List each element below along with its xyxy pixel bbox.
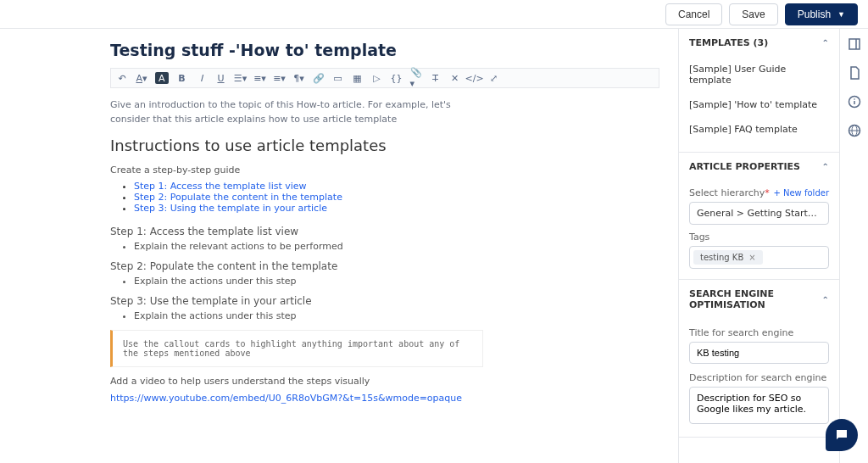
toc-item: Step 1: Access the template list view <box>134 181 659 192</box>
document-icon[interactable] <box>848 66 861 80</box>
paragraph-icon[interactable]: ¶▾ <box>293 72 305 84</box>
article-subheading[interactable]: Instructions to use article templates <box>110 137 659 154</box>
toc-link[interactable]: Step 3: Using the template in your artic… <box>134 203 327 214</box>
chevron-up-icon: ⌃ <box>822 295 829 304</box>
toc-link[interactable]: Step 1: Access the template list view <box>134 181 307 192</box>
toc-item: Step 3: Using the template in your artic… <box>134 203 659 214</box>
link-icon[interactable]: 🔗 <box>313 72 325 84</box>
toc-intro[interactable]: Create a step-by-step guide <box>110 165 659 176</box>
video-url-link[interactable]: https://www.youtube.com/embed/U0_6R8oVbG… <box>110 393 462 404</box>
publish-button[interactable]: Publish ▼ <box>785 3 858 25</box>
undo-icon[interactable]: ↶ <box>116 72 128 84</box>
right-rail <box>839 29 868 463</box>
tags-label: Tags <box>689 232 709 243</box>
table-icon[interactable]: ▦ <box>352 72 364 84</box>
toc-item: Step 2: Populate the content in the temp… <box>134 192 659 203</box>
unordered-list-icon[interactable]: ☰▾ <box>235 72 247 84</box>
save-button[interactable]: Save <box>729 3 777 25</box>
cancel-button[interactable]: Cancel <box>665 3 722 25</box>
expand-icon[interactable]: ⤢ <box>488 72 500 84</box>
seo-title-label: Title for search engine <box>689 327 829 338</box>
remove-tag-icon[interactable]: × <box>748 253 755 262</box>
template-item[interactable]: [Sample] User Guide template <box>689 57 829 92</box>
tags-input[interactable]: testing KB × <box>689 246 829 269</box>
new-folder-link[interactable]: + New folder <box>773 188 829 198</box>
seo-title-input[interactable] <box>689 342 829 364</box>
templates-panel: TEMPLATES (3) ⌃ [Sample] User Guide temp… <box>679 29 839 153</box>
video-intro-text[interactable]: Add a video to help users understand the… <box>110 376 659 387</box>
properties-heading: ARTICLE PROPERTIES <box>689 161 800 172</box>
step-detail[interactable]: Explain the relevant actions to be perfo… <box>134 241 659 252</box>
template-item[interactable]: [Sample] 'How to' template <box>689 92 829 117</box>
underline-icon[interactable]: U <box>215 72 227 84</box>
panel-toggle-icon[interactable] <box>848 37 861 51</box>
required-asterisk: * <box>765 187 770 198</box>
article-properties-panel: ARTICLE PROPERTIES ⌃ Select hierarchy* +… <box>679 153 839 280</box>
top-action-bar: Cancel Save Publish ▼ <box>0 0 868 29</box>
code-braces-icon[interactable]: {} <box>391 72 403 84</box>
attachment-icon[interactable]: 📎▾ <box>410 72 422 84</box>
globe-icon[interactable] <box>848 124 861 137</box>
hierarchy-label: Select hierarchy <box>689 187 765 198</box>
svg-point-4 <box>854 98 855 100</box>
font-color-icon[interactable]: A▾ <box>136 72 147 84</box>
templates-heading: TEMPLATES (3) <box>689 37 768 48</box>
step-detail[interactable]: Explain the actions under this step <box>134 310 659 321</box>
step-heading[interactable]: Step 3: Use the template in your article <box>110 295 659 307</box>
italic-icon[interactable]: I <box>196 72 208 84</box>
chat-icon <box>834 427 849 443</box>
hierarchy-selector[interactable]: General > Getting Started > Account Sett <box>689 202 829 225</box>
seo-panel-header[interactable]: SEARCH ENGINE OPTIMISATION ⌃ <box>679 280 839 319</box>
step-heading[interactable]: Step 1: Access the template list view <box>110 226 659 237</box>
template-item[interactable]: [Sample] FAQ template <box>689 117 829 142</box>
seo-heading: SEARCH ENGINE OPTIMISATION <box>689 288 822 310</box>
tag-label: testing KB <box>700 253 743 262</box>
editor-toolbar: ↶ A▾ A B I U ☰▾ ≡▾ ≡▾ ¶▾ 🔗 ▭ ▦ ▷ {} 📎▾ T… <box>110 68 659 88</box>
tag-chip: testing KB × <box>693 250 763 265</box>
chat-widget-button[interactable] <box>826 419 858 451</box>
seo-description-label: Description for search engine <box>689 372 829 383</box>
seo-description-input[interactable] <box>689 387 829 424</box>
highlight-icon[interactable]: A <box>155 72 169 84</box>
seo-panel: SEARCH ENGINE OPTIMISATION ⌃ Title for s… <box>679 280 839 438</box>
html-icon[interactable]: </> <box>469 72 481 84</box>
image-icon[interactable]: ▭ <box>332 72 344 84</box>
clear-format-icon[interactable]: ✕ <box>449 72 461 84</box>
table-of-contents: Step 1: Access the template list view St… <box>110 181 659 214</box>
ordered-list-icon[interactable]: ≡▾ <box>254 72 266 84</box>
article-intro[interactable]: Give an introduction to the topic of thi… <box>110 98 492 126</box>
svg-rect-0 <box>849 39 860 49</box>
chevron-up-icon: ⌃ <box>822 162 829 171</box>
article-title[interactable]: Testing stuff -'How to' template <box>110 41 659 59</box>
editor-area: Testing stuff -'How to' template ↶ A▾ A … <box>0 29 678 463</box>
bold-icon[interactable]: B <box>176 72 188 84</box>
chevron-down-icon: ▼ <box>837 10 845 19</box>
align-icon[interactable]: ≡▾ <box>274 72 286 84</box>
step-heading[interactable]: Step 2: Populate the content in the temp… <box>110 260 659 272</box>
templates-panel-header[interactable]: TEMPLATES (3) ⌃ <box>679 29 839 57</box>
chevron-up-icon: ⌃ <box>822 38 829 47</box>
strikethrough-icon[interactable]: T̶ <box>430 72 442 84</box>
properties-panel-header[interactable]: ARTICLE PROPERTIES ⌃ <box>679 153 839 181</box>
callout-card[interactable]: Use the callout cards to highlight anyth… <box>110 330 483 367</box>
publish-label: Publish <box>798 8 831 20</box>
info-icon[interactable] <box>848 95 861 109</box>
properties-sidebar: TEMPLATES (3) ⌃ [Sample] User Guide temp… <box>678 29 839 463</box>
toc-link[interactable]: Step 2: Populate the content in the temp… <box>134 192 342 203</box>
step-detail[interactable]: Explain the actions under this step <box>134 276 659 287</box>
video-icon[interactable]: ▷ <box>371 72 383 84</box>
